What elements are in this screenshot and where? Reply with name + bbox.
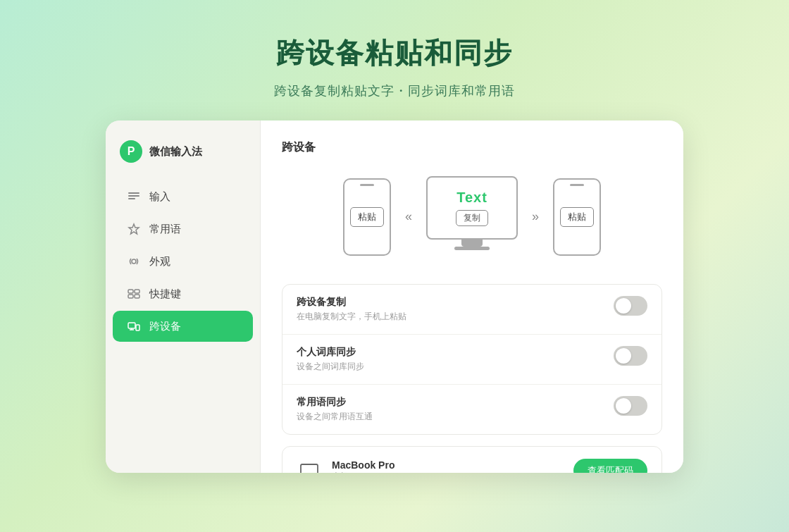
setting-text-dict-sync: 个人词库同步 设备之间词库同步 (297, 346, 364, 373)
setting-name-cross-copy: 跨设备复制 (297, 296, 406, 309)
setting-desc-phrase-sync: 设备之间常用语互通 (297, 411, 373, 423)
setting-desc-dict-sync: 设备之间词库同步 (297, 361, 364, 373)
sidebar-label-appearance: 外观 (149, 255, 170, 268)
page-title: 跨设备粘贴和同步 (276, 34, 513, 73)
sidebar-item-phrases[interactable]: 常用语 (113, 214, 253, 245)
setting-text-cross-copy: 跨设备复制 在电脑复制文字，手机上粘贴 (297, 296, 406, 323)
macbook-icon (297, 458, 322, 473)
svg-point-3 (132, 259, 136, 264)
sidebar-label-shortcuts: 快捷键 (149, 287, 181, 301)
device-type: 本机 (332, 471, 394, 474)
monitor: Text 复制 (426, 176, 518, 257)
toggle-phrase-sync[interactable] (614, 396, 647, 416)
phrases-icon (127, 222, 141, 236)
svg-rect-1 (128, 195, 139, 197)
monitor-stand (461, 240, 483, 247)
svg-rect-8 (128, 323, 135, 328)
setting-text-phrase-sync: 常用语同步 设备之间常用语互通 (297, 396, 373, 423)
sidebar-item-shortcuts[interactable]: 快捷键 (113, 278, 253, 309)
svg-rect-12 (301, 464, 318, 473)
sidebar-label-phrases: 常用语 (149, 223, 181, 236)
device-illustration: 粘贴 « Text 复制 » 粘贴 (282, 169, 662, 264)
monitor-text: Text (456, 190, 487, 206)
phone-left: 粘贴 (343, 178, 391, 256)
shortcuts-icon (127, 287, 141, 301)
setting-name-phrase-sync: 常用语同步 (297, 396, 373, 409)
toggle-dict-sync[interactable] (614, 346, 647, 366)
sidebar-item-input[interactable]: 输入 (113, 181, 253, 212)
input-icon (127, 190, 141, 204)
sidebar-label-input: 输入 (149, 190, 170, 204)
device-row: MacBook Pro 本机 查看匹配码 (282, 447, 661, 473)
device-name: MacBook Pro (332, 459, 394, 471)
sidebar-label-crossdevice: 跨设备 (149, 320, 181, 333)
logo-icon: P (120, 140, 142, 163)
svg-rect-6 (128, 295, 133, 298)
app-window: P 微信输入法 输入 常用语 (106, 120, 683, 473)
device-section: MacBook Pro 本机 查看匹配码 (282, 446, 662, 473)
sidebar-item-appearance[interactable]: 外观 (113, 246, 253, 277)
setting-row-phrase-sync: 常用语同步 设备之间常用语互通 (282, 385, 661, 434)
svg-rect-4 (128, 290, 133, 293)
svg-rect-0 (128, 192, 139, 194)
monitor-screen: Text 复制 (426, 176, 518, 240)
paste-button-left: 粘贴 (350, 207, 384, 227)
sidebar-logo: P 微信输入法 (106, 140, 260, 180)
arrow-left-icon: « (405, 209, 412, 224)
logo-letter: P (128, 145, 135, 158)
appearance-icon (127, 254, 141, 268)
section-title: 跨设备 (282, 140, 662, 155)
setting-desc-cross-copy: 在电脑复制文字，手机上粘贴 (297, 311, 406, 323)
setting-row-cross-copy: 跨设备复制 在电脑复制文字，手机上粘贴 (282, 285, 661, 335)
copy-button: 复制 (456, 210, 488, 226)
setting-row-dict-sync: 个人词库同步 设备之间词库同步 (282, 335, 661, 385)
phone-right: 粘贴 (553, 178, 601, 256)
setting-name-dict-sync: 个人词库同步 (297, 346, 364, 359)
svg-rect-7 (135, 295, 139, 298)
svg-rect-11 (136, 325, 139, 330)
page-subtitle: 跨设备复制粘贴文字・同步词库和常用语 (274, 82, 515, 99)
crossdevice-icon (127, 319, 141, 333)
main-content: 跨设备 粘贴 « Text 复制 » 粘贴 (261, 120, 683, 473)
pair-button[interactable]: 查看匹配码 (573, 459, 647, 473)
sidebar: P 微信输入法 输入 常用语 (106, 120, 261, 473)
settings-section: 跨设备复制 在电脑复制文字，手机上粘贴 个人词库同步 设备之间词库同步 常用语同… (282, 284, 662, 435)
svg-rect-2 (128, 198, 135, 199)
paste-button-right: 粘贴 (560, 207, 594, 227)
sidebar-item-crossdevice[interactable]: 跨设备 (113, 311, 253, 342)
monitor-base (454, 247, 490, 250)
device-info: MacBook Pro 本机 (332, 459, 394, 474)
arrow-right-icon: » (532, 209, 539, 224)
logo-text: 微信输入法 (149, 145, 202, 159)
toggle-cross-copy[interactable] (614, 296, 647, 316)
svg-rect-5 (135, 290, 139, 293)
